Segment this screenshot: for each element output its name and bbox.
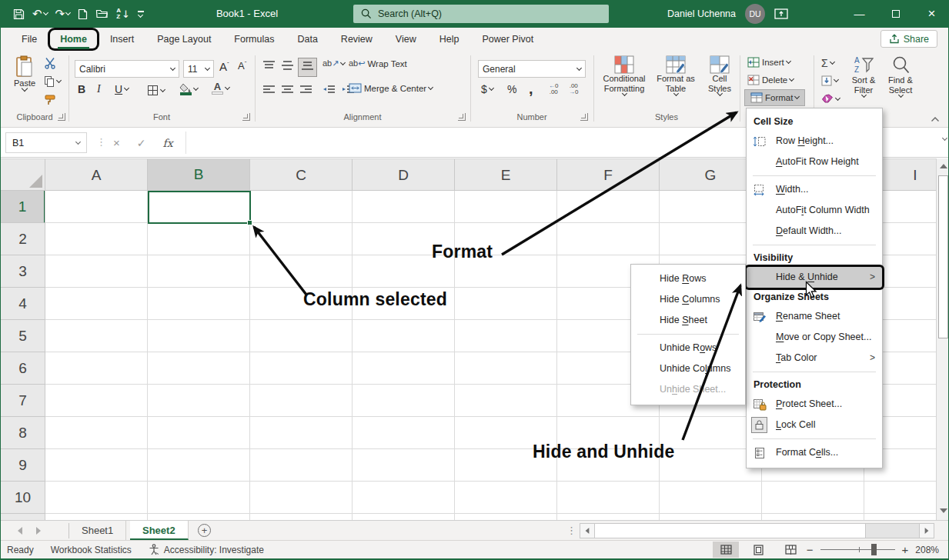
next-sheet-button[interactable] <box>36 527 41 535</box>
page-break-preview-button[interactable] <box>777 542 804 558</box>
menu-item-move-or-copy-sheet[interactable]: Move or Copy Sheet... <box>747 327 882 348</box>
scroll-right-button[interactable] <box>919 524 934 538</box>
font-dialog-launcher-icon[interactable] <box>242 113 250 121</box>
collapse-ribbon-button[interactable] <box>931 114 940 125</box>
ribbon-display-options-icon[interactable] <box>774 8 788 19</box>
font-size-select[interactable]: 11 <box>183 60 214 78</box>
menu-item-autofit-row-height[interactable]: AutoFit Row Height <box>747 152 882 172</box>
vertical-scrollbar[interactable] <box>936 158 949 520</box>
align-left-button[interactable] <box>262 85 276 98</box>
bold-button[interactable]: B <box>78 83 85 95</box>
number-format-select[interactable]: General <box>478 60 586 78</box>
sheet-tab-sheet2[interactable]: Sheet2 <box>130 521 189 540</box>
menu-item-default-width[interactable]: Default Width... <box>747 221 882 242</box>
insert-cells-button[interactable]: Insert <box>747 57 790 68</box>
row-header-7[interactable]: 7 <box>1 385 45 417</box>
tab-page-layout[interactable]: Page Layout <box>147 30 221 48</box>
find-select-button[interactable]: Find & Select <box>883 55 918 97</box>
vertical-scroll-thumb[interactable] <box>938 175 948 338</box>
scroll-down-icon[interactable] <box>940 508 947 513</box>
normal-view-button[interactable] <box>713 542 739 558</box>
increase-decimal-button[interactable]: ←0.00 <box>549 83 558 95</box>
italic-button[interactable]: I <box>97 83 101 95</box>
format-button[interactable]: Format <box>744 89 805 106</box>
font-family-select[interactable]: Calibri <box>75 60 179 78</box>
decrease-decimal-button[interactable]: .00→0 <box>569 83 578 95</box>
selected-cell-B1[interactable] <box>148 191 251 224</box>
menu-item-hide-rows[interactable]: Hide Rows <box>631 268 745 289</box>
paste-button[interactable]: Paste <box>7 55 42 91</box>
column-header-E[interactable]: E <box>455 159 557 191</box>
menu-item-hide-columns[interactable]: Hide Columns <box>631 289 745 310</box>
minimize-button[interactable]: — <box>841 0 877 28</box>
tab-file[interactable]: File <box>12 30 47 48</box>
scroll-up-icon[interactable] <box>940 164 947 168</box>
column-header-C[interactable]: C <box>250 159 353 191</box>
merge-center-button[interactable]: Merge & Center <box>349 83 433 93</box>
bottom-align-button[interactable] <box>298 58 317 77</box>
align-right-button[interactable] <box>299 85 312 98</box>
close-button[interactable]: × <box>914 0 949 28</box>
expand-formula-bar-icon[interactable] <box>942 135 947 141</box>
cell-styles-button[interactable]: Cell Styles <box>701 55 738 95</box>
menu-item-unhide-sheet[interactable]: Unhide Sheet... <box>631 379 745 400</box>
zoom-out-button[interactable]: − <box>807 543 814 556</box>
scroll-left-button[interactable] <box>580 524 595 538</box>
zoom-in-button[interactable]: + <box>902 543 909 556</box>
cut-button[interactable] <box>44 57 56 72</box>
menu-item-rename-sheet[interactable]: Rename Sheet <box>747 306 882 327</box>
previous-sheet-button[interactable] <box>18 527 22 535</box>
workbook-statistics-button[interactable]: Workbook Statistics <box>51 545 132 555</box>
sort-filter-button[interactable]: AZ Sort & Filter <box>846 55 881 97</box>
share-button[interactable]: Share <box>880 30 937 48</box>
horizontal-scroll-thumb[interactable] <box>595 524 866 538</box>
comma-style-button[interactable]: , <box>529 80 533 98</box>
fill-button[interactable] <box>821 75 838 86</box>
column-header-B[interactable]: B <box>148 159 250 191</box>
format-painter-button[interactable] <box>44 94 56 108</box>
row-header-2[interactable]: 2 <box>1 223 45 255</box>
row-header-6[interactable]: 6 <box>1 352 45 385</box>
menu-item-protect-sheet[interactable]: Protect Sheet... <box>747 394 882 415</box>
new-sheet-button[interactable]: + <box>198 524 211 537</box>
orientation-button[interactable]: ab↗ <box>322 58 345 68</box>
copy-button[interactable] <box>44 75 61 88</box>
save-button[interactable] <box>13 8 25 20</box>
sheet-tab-sheet1[interactable]: Sheet1 <box>69 521 126 540</box>
number-dialog-launcher-icon[interactable] <box>580 113 588 121</box>
percent-style-button[interactable]: % <box>507 83 516 95</box>
row-header-8[interactable]: 8 <box>1 417 45 449</box>
zoom-slider[interactable] <box>820 549 895 550</box>
column-header-F[interactable]: F <box>557 159 660 191</box>
customize-toolbar-button[interactable] <box>138 11 144 16</box>
confirm-entry-button[interactable]: ✓ <box>137 137 146 149</box>
align-center-button[interactable] <box>281 85 294 98</box>
clear-button[interactable] <box>821 94 840 104</box>
row-header-9[interactable]: 9 <box>1 449 45 482</box>
sort-ascending-button[interactable]: AZ↓ <box>116 8 130 20</box>
middle-align-button[interactable] <box>281 60 294 73</box>
conditional-formatting-button[interactable]: Conditional Formatting <box>600 55 649 95</box>
horizontal-scrollbar[interactable] <box>580 523 934 538</box>
name-box[interactable]: B1 <box>5 132 87 153</box>
tab-data[interactable]: Data <box>287 30 327 48</box>
cancel-entry-button[interactable]: × <box>113 136 120 149</box>
insert-function-button[interactable]: fx <box>163 137 173 149</box>
new-file-button[interactable] <box>78 8 88 20</box>
underline-button[interactable]: U <box>115 83 129 95</box>
decrease-indent-button[interactable] <box>322 85 336 98</box>
format-as-table-button[interactable]: Format as Table <box>652 55 700 95</box>
menu-item-row-height[interactable]: Row Height... <box>747 131 882 152</box>
search-input[interactable]: Search (Alt+Q) <box>353 5 609 23</box>
menu-item-width[interactable]: Width... <box>747 179 882 200</box>
menu-item-hide-sheet[interactable]: Hide Sheet <box>631 310 745 331</box>
sheetbar-splitter[interactable]: ⋮ <box>566 525 576 536</box>
tab-review[interactable]: Review <box>331 30 383 48</box>
row-header-10[interactable]: 10 <box>1 482 45 514</box>
tab-insert[interactable]: Insert <box>100 30 144 48</box>
page-layout-view-button[interactable] <box>745 542 771 558</box>
clipboard-dialog-launcher-icon[interactable] <box>58 113 65 121</box>
menu-item-autofit-column-width[interactable]: AutoFit Column Width <box>747 200 882 221</box>
tab-view[interactable]: View <box>386 30 426 48</box>
menu-item-format-cells[interactable]: Format Cells... <box>747 442 882 463</box>
